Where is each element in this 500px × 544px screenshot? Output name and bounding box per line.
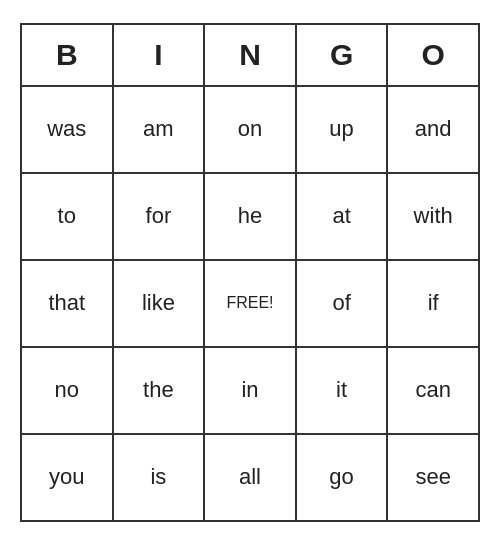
bingo-cell-4-4: see [388,435,478,520]
bingo-cell-0-4: and [388,87,478,172]
bingo-cell-4-3: go [297,435,389,520]
header-cell-g: G [297,25,389,85]
bingo-cell-3-2: in [205,348,297,433]
bingo-cell-2-3: of [297,261,389,346]
bingo-cell-1-3: at [297,174,389,259]
header-cell-n: N [205,25,297,85]
bingo-cell-2-1: like [114,261,206,346]
bingo-cell-0-0: was [22,87,114,172]
bingo-cell-3-1: the [114,348,206,433]
header-cell-b: B [22,25,114,85]
bingo-cell-3-0: no [22,348,114,433]
bingo-row-3: notheinitcan [22,348,478,435]
header-cell-o: O [388,25,478,85]
bingo-card: BINGO wasamonupandtoforheatwiththatlikeF… [20,23,480,522]
bingo-cell-0-1: am [114,87,206,172]
header-row: BINGO [22,25,478,87]
bingo-cell-1-0: to [22,174,114,259]
bingo-row-1: toforheatwith [22,174,478,261]
bingo-row-4: youisallgosee [22,435,478,520]
bingo-cell-2-0: that [22,261,114,346]
bingo-cell-2-4: if [388,261,478,346]
bingo-cell-0-2: on [205,87,297,172]
bingo-cell-3-3: it [297,348,389,433]
bingo-cell-1-4: with [388,174,478,259]
bingo-row-0: wasamonupand [22,87,478,174]
bingo-cell-4-1: is [114,435,206,520]
bingo-row-2: thatlikeFREE!ofif [22,261,478,348]
header-cell-i: I [114,25,206,85]
bingo-cell-4-2: all [205,435,297,520]
bingo-cell-1-2: he [205,174,297,259]
bingo-cell-0-3: up [297,87,389,172]
bingo-cell-1-1: for [114,174,206,259]
bingo-cell-3-4: can [388,348,478,433]
bingo-cell-4-0: you [22,435,114,520]
bingo-cell-2-2: FREE! [205,261,297,346]
